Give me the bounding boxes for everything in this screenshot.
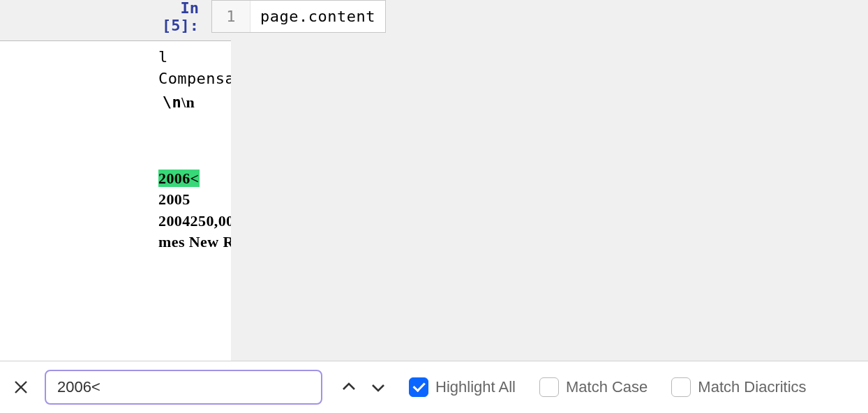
match-case-option[interactable]: Match Case — [539, 377, 648, 397]
find-nav — [338, 376, 389, 398]
find-input[interactable] — [45, 370, 322, 405]
next-match-icon[interactable] — [367, 376, 389, 398]
match-diacritics-label: Match Diacritics — [698, 378, 806, 396]
line-number: 1 — [212, 1, 250, 32]
left-gutter: In [5]: 1 page.content PAN="2" ALIGN="ce… — [0, 0, 231, 361]
output-text[interactable]: PAN="2" ALIGN="center" STYLE="border-bot… — [158, 40, 231, 290]
match-diacritics-option[interactable]: Match Diacritics — [671, 377, 806, 397]
match-diacritics-checkbox[interactable] — [671, 377, 691, 397]
input-prompt: In [5]: — [162, 0, 211, 34]
cell-code-text[interactable]: page.content — [250, 1, 385, 32]
notebook-main: In [5]: 1 page.content PAN="2" ALIGN="ce… — [0, 0, 868, 361]
find-bar: Highlight All Match Case Match Diacritic… — [0, 361, 868, 413]
code-cell-header: In [5]: 1 page.content — [162, 0, 231, 33]
match-case-label: Match Case — [566, 378, 648, 396]
prev-match-icon[interactable] — [338, 376, 360, 398]
cell-output[interactable]: PAN="2" ALIGN="center" STYLE="border-bot… — [0, 40, 231, 361]
highlight-all-label: Highlight All — [435, 378, 516, 396]
content-column — [231, 0, 868, 361]
match-case-checkbox[interactable] — [539, 377, 559, 397]
highlight-all-option[interactable]: Highlight All — [409, 377, 516, 397]
highlight-all-checkbox[interactable] — [409, 377, 428, 397]
code-cell-input[interactable]: 1 page.content — [211, 0, 386, 33]
close-icon[interactable] — [7, 373, 35, 401]
